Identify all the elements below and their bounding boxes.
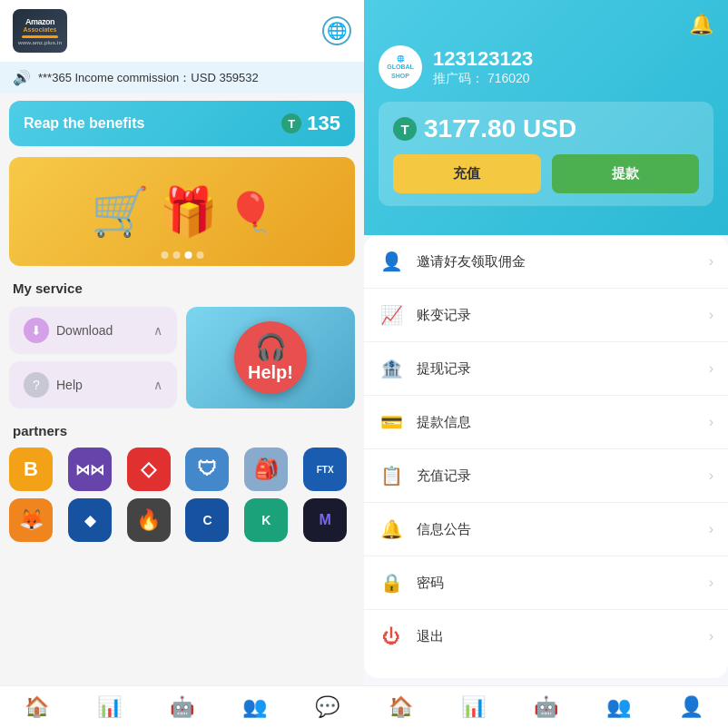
charge-records-text: 充值记录	[417, 467, 696, 485]
service-left: ⬇ Download ∧ ? Help ∧	[9, 307, 177, 408]
menu-charge-records[interactable]: 📋 充值记录 ›	[364, 449, 728, 503]
left-header: Amazon Associates www.amz.plus.in 🌐	[0, 0, 364, 62]
partner-fox[interactable]: 🦊	[9, 498, 53, 542]
amazon-logo: Amazon Associates www.amz.plus.in	[13, 9, 67, 53]
partner-mesh[interactable]: ⋈⋈	[68, 448, 112, 491]
globe-icon[interactable]: 🌐	[322, 16, 351, 45]
menu-logout[interactable]: ⏻ 退出 ›	[364, 610, 728, 663]
menu-account-records[interactable]: 📈 账变记录 ›	[364, 289, 728, 342]
logout-chevron: ›	[709, 628, 713, 644]
nav-profile-right[interactable]: 👤	[669, 695, 714, 719]
partners-grid: B ⋈⋈ ◇ 🛡 🎒 FTX 🦊 ◆ 🔥 C K M	[0, 442, 364, 547]
partner-fire[interactable]: 🔥	[127, 498, 171, 542]
balance-value: 3177.80 USD	[424, 114, 576, 143]
help-circle: 🎧 Help!	[234, 321, 307, 394]
partner-coinbase[interactable]: C	[185, 498, 229, 542]
announcements-icon: 🔔	[379, 516, 404, 542]
robot-icon-right: 🤖	[534, 695, 558, 719]
dot-1	[161, 251, 168, 259]
partner-kira[interactable]: ◇	[127, 448, 171, 491]
chat-icon-left: 💬	[315, 695, 339, 719]
download-service-item[interactable]: ⬇ Download ∧	[9, 307, 177, 354]
withdrawal-info-text: 提款信息	[417, 414, 696, 431]
menu-list: 👤 邀请好友领取佣金 › 📈 账变记录 › 🏦 提现记录 › 💳 提款信息 › …	[364, 235, 728, 678]
nav-robot-left[interactable]: 🤖	[159, 695, 204, 719]
partner-crypto[interactable]: ◆	[68, 498, 112, 542]
promo-code-value: 716020	[487, 71, 530, 85]
dot-3	[184, 251, 192, 259]
help-label-item: Help	[56, 378, 83, 392]
menu-invite[interactable]: 👤 邀请好友领取佣金 ›	[364, 235, 728, 289]
balloon-icon: 🎈	[227, 190, 274, 234]
nav-users-right[interactable]: 👥	[596, 695, 642, 719]
help-inner: ? Help	[24, 372, 83, 398]
associates-text: Associates	[24, 26, 57, 33]
nav-users-left[interactable]: 👥	[232, 695, 278, 719]
user-id: 123123123	[433, 47, 533, 71]
partner-shield[interactable]: 🛡	[185, 448, 229, 491]
withdrawal-info-icon: 💳	[379, 409, 404, 435]
withdraw-button[interactable]: 提款	[552, 154, 700, 193]
service-grid: ⬇ Download ∧ ? Help ∧ 🎧 Help!	[0, 301, 364, 414]
global-shop-logo: 🌐GLOBALSHOP	[379, 45, 422, 89]
menu-password[interactable]: 🔒 密码 ›	[364, 556, 728, 610]
logout-text: 退出	[417, 628, 696, 645]
banner-area: 🛒 🎁 🎈	[9, 157, 355, 266]
balance-card: T 3177.80 USD 充值 提款	[379, 102, 713, 206]
help-chevron: ∧	[153, 378, 162, 392]
charge-records-chevron: ›	[709, 467, 713, 484]
download-icon: ⬇	[24, 318, 49, 343]
charge-button[interactable]: 充值	[393, 154, 541, 193]
nav-chart-left[interactable]: 📊	[86, 695, 132, 719]
right-header-top: 🔔	[379, 13, 713, 36]
nav-chart-right[interactable]: 📊	[450, 695, 496, 719]
home-icon-left: 🏠	[25, 695, 49, 719]
cart-icon: 🛒	[91, 184, 150, 240]
withdrawal-info-chevron: ›	[709, 414, 713, 430]
menu-withdrawal-records[interactable]: 🏦 提现记录 ›	[364, 342, 728, 396]
logout-icon: ⏻	[379, 624, 404, 649]
amazon-text: Amazon	[25, 17, 54, 26]
users-icon-right: 👥	[606, 695, 631, 719]
partner-metamask2[interactable]: M	[303, 498, 347, 542]
download-chevron: ∧	[153, 323, 162, 338]
right-panel: 🔔 🌐GLOBALSHOP 123123123 推广码： 716020 T 31…	[364, 0, 728, 728]
left-bottom-nav: 🏠 📊 🤖 👥 💬	[0, 685, 364, 728]
chart-icon-right: 📊	[461, 695, 486, 719]
partner-backpack[interactable]: 🎒	[244, 448, 288, 491]
download-label: Download	[56, 323, 113, 338]
speaker-icon: 🔊	[13, 69, 31, 86]
reap-amount: 135	[307, 112, 340, 135]
robot-icon-left: 🤖	[170, 695, 194, 719]
promo-code-row: 推广码： 716020	[433, 71, 533, 87]
reap-label: Reap the benefits	[24, 115, 144, 132]
partner-ftx[interactable]: FTX	[303, 448, 347, 491]
announcements-text: 信息公告	[417, 521, 696, 538]
help-service-item[interactable]: ? Help ∧	[9, 361, 177, 408]
home-icon-right: 🏠	[389, 695, 413, 719]
partners-label: partners	[0, 414, 364, 442]
balance-buttons: 充值 提款	[393, 154, 699, 193]
amazon-url: www.amz.plus.in	[18, 40, 62, 45]
withdrawal-records-chevron: ›	[709, 360, 713, 377]
account-records-icon: 📈	[379, 302, 404, 328]
nav-robot-right[interactable]: 🤖	[523, 695, 568, 719]
nav-home-right[interactable]: 🏠	[378, 695, 423, 719]
nav-home-left[interactable]: 🏠	[14, 695, 59, 719]
banner-dots	[161, 251, 203, 259]
menu-withdrawal-info[interactable]: 💳 提款信息 ›	[364, 396, 728, 449]
help-card: 🎧 Help!	[186, 307, 355, 408]
dot-4	[196, 251, 203, 259]
partner-binance[interactable]: B	[9, 448, 53, 491]
bell-icon[interactable]: 🔔	[689, 13, 713, 36]
dot-2	[172, 251, 180, 259]
download-inner: ⬇ Download	[24, 318, 113, 343]
partner-kucoin[interactable]: K	[244, 498, 288, 542]
account-records-text: 账变记录	[417, 307, 696, 324]
right-header: 🔔 🌐GLOBALSHOP 123123123 推广码： 716020 T 31…	[364, 0, 728, 235]
reap-benefits-bar[interactable]: Reap the benefits T 135	[9, 101, 355, 146]
banner-content: 🛒 🎁 🎈	[82, 175, 283, 249]
menu-announcements[interactable]: 🔔 信息公告 ›	[364, 503, 728, 556]
announcement-bar: 🔊 ***365 Income commission：USD 359532	[0, 62, 364, 93]
nav-chat-left[interactable]: 💬	[305, 695, 350, 719]
